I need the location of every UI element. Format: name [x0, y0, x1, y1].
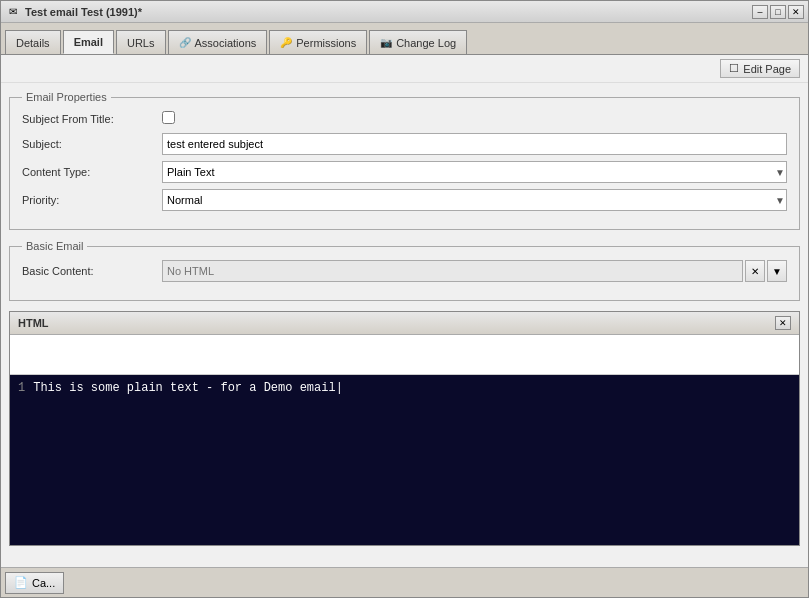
- tab-urls-label: URLs: [127, 37, 155, 49]
- tab-permissions-label: Permissions: [296, 37, 356, 49]
- cancel-label: Ca...: [32, 577, 55, 589]
- priority-wrapper: Low Normal High ▼: [162, 189, 787, 211]
- code-content: This is some plain text - for a Demo ema…: [33, 381, 343, 395]
- tab-permissions[interactable]: 🔑 Permissions: [269, 30, 367, 54]
- edit-page-label: Edit Page: [743, 63, 791, 75]
- close-button[interactable]: ✕: [788, 5, 804, 19]
- tab-bar: Details Email URLs 🔗 Associations 🔑 Perm…: [1, 23, 808, 55]
- html-panel: HTML ✕ 1This is some plain text - for a …: [9, 311, 800, 546]
- cancel-button[interactable]: 📄 Ca...: [5, 572, 64, 594]
- email-properties-fieldset: Email Properties Subject From Title: Sub…: [9, 91, 800, 230]
- html-editor-preview: [10, 335, 799, 375]
- priority-label: Priority:: [22, 194, 162, 206]
- bottom-bar: 📄 Ca...: [1, 567, 808, 597]
- subject-control: [162, 133, 787, 155]
- content-type-control: Plain Text HTML Multipart ▼: [162, 161, 787, 183]
- window-icon: ✉: [5, 4, 21, 20]
- content-area: Email Properties Subject From Title: Sub…: [1, 83, 808, 567]
- basic-content-row: Basic Content: ✕ ▼: [22, 260, 787, 282]
- html-panel-header: HTML ✕: [10, 312, 799, 335]
- content-type-row: Content Type: Plain Text HTML Multipart …: [22, 161, 787, 183]
- basic-email-fieldset: Basic Email Basic Content: ✕ ▼: [9, 240, 800, 301]
- email-properties-legend: Email Properties: [22, 91, 111, 103]
- main-window: ✉ Test email Test (1991)* – □ ✕ Details …: [0, 0, 809, 598]
- subject-from-title-label: Subject From Title:: [22, 113, 162, 125]
- tab-associations-label: Associations: [195, 37, 257, 49]
- content-type-select[interactable]: Plain Text HTML Multipart: [162, 161, 787, 183]
- line-number: 1: [18, 381, 25, 395]
- content-type-wrapper: Plain Text HTML Multipart ▼: [162, 161, 787, 183]
- content-type-label: Content Type:: [22, 166, 162, 178]
- priority-control: Low Normal High ▼: [162, 189, 787, 211]
- permissions-icon: 🔑: [280, 37, 292, 48]
- basic-email-legend: Basic Email: [22, 240, 87, 252]
- toolbar: ☐ Edit Page: [1, 55, 808, 83]
- minimize-button[interactable]: –: [752, 5, 768, 19]
- edit-page-button[interactable]: ☐ Edit Page: [720, 59, 800, 78]
- basic-content-expand-button[interactable]: ▼: [767, 260, 787, 282]
- associations-icon: 🔗: [179, 37, 191, 48]
- basic-content-control: ✕ ▼: [162, 260, 787, 282]
- tab-changelog-label: Change Log: [396, 37, 456, 49]
- tab-email-label: Email: [74, 36, 103, 48]
- subject-from-title-checkbox[interactable]: [162, 111, 175, 124]
- html-editor-code[interactable]: 1This is some plain text - for a Demo em…: [10, 375, 799, 545]
- subject-input[interactable]: [162, 133, 787, 155]
- tab-associations[interactable]: 🔗 Associations: [168, 30, 268, 54]
- cancel-icon: 📄: [14, 576, 28, 589]
- subject-label: Subject:: [22, 138, 162, 150]
- html-panel-title: HTML: [18, 317, 49, 329]
- html-panel-close-button[interactable]: ✕: [775, 316, 791, 330]
- title-bar: ✉ Test email Test (1991)* – □ ✕: [1, 1, 808, 23]
- basic-content-clear-button[interactable]: ✕: [745, 260, 765, 282]
- tab-email[interactable]: Email: [63, 30, 114, 54]
- maximize-button[interactable]: □: [770, 5, 786, 19]
- subject-row: Subject:: [22, 133, 787, 155]
- window-controls: – □ ✕: [752, 5, 804, 19]
- basic-content-wrapper: ✕ ▼: [162, 260, 787, 282]
- tab-urls[interactable]: URLs: [116, 30, 166, 54]
- tab-details-label: Details: [16, 37, 50, 49]
- basic-content-input[interactable]: [162, 260, 743, 282]
- priority-select[interactable]: Low Normal High: [162, 189, 787, 211]
- window-title: Test email Test (1991)*: [25, 6, 752, 18]
- subject-from-title-row: Subject From Title:: [22, 111, 787, 127]
- edit-page-icon: ☐: [729, 62, 739, 75]
- tab-details[interactable]: Details: [5, 30, 61, 54]
- subject-from-title-control: [162, 111, 787, 127]
- changelog-icon: 📷: [380, 37, 392, 48]
- priority-row: Priority: Low Normal High ▼: [22, 189, 787, 211]
- basic-content-label: Basic Content:: [22, 265, 162, 277]
- tab-changelog[interactable]: 📷 Change Log: [369, 30, 467, 54]
